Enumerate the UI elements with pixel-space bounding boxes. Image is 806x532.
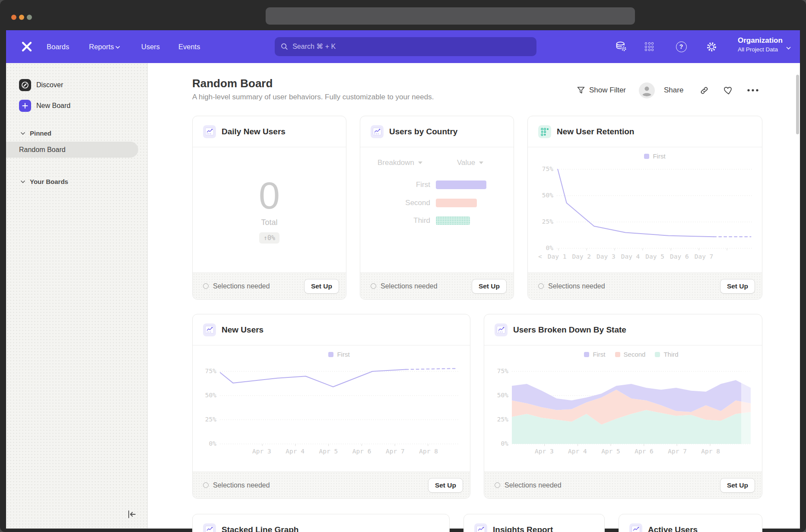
x-tick: Day 4 [621,253,640,260]
apps-grid-button[interactable] [641,30,658,63]
set-up-button[interactable]: Set Up [472,279,507,294]
x-tick[interactable]: < [538,253,542,260]
collapse-sidebar-icon [126,509,137,520]
metric-value: 0 [259,177,280,215]
scrollbar-thumb[interactable] [796,75,799,134]
x-tick: Day 3 [597,253,616,260]
card-active-users: Active Users [619,514,762,532]
x-tick: Apr 7 [386,448,405,455]
x-axis-labels: Apr 3 Apr 4 Apr 5 Apr 6 Apr 7 Apr 8 [535,448,720,455]
nav-item-boards[interactable]: Boards [47,30,69,63]
sidebar-item-discover[interactable]: Discover [19,79,63,91]
traffic-light-zoom-icon[interactable] [27,15,32,20]
top-navbar: Boards Reports Users Events ? [6,30,800,63]
legend-swatch-first [584,352,589,357]
x-tick: Day 2 [572,253,591,260]
org-name: Organization [738,36,783,45]
dropdown-label: Value [457,158,475,167]
y-tick: 25% [530,218,553,225]
traffic-light-minimize-icon[interactable] [19,15,24,20]
data-settings-button[interactable] [612,30,630,63]
stacked-area-chart [512,358,751,450]
bar-label: Third [360,216,430,225]
page-subtitle: A high-level summary of user behaviors. … [192,93,434,101]
chart-legend: First Second Third [512,351,751,358]
y-tick: 0% [195,440,216,447]
card-new-users: New Users First 75% 50% 25% 0% Apr 3 Apr… [192,314,470,499]
breakdown-dropdown[interactable]: Breakdown [378,158,422,167]
y-tick: 50% [530,192,553,199]
bar-second [436,199,477,207]
ellipsis-icon [747,89,759,92]
compass-icon [19,79,31,91]
x-tick: Apr 8 [701,448,720,455]
global-search[interactable] [275,37,536,56]
nav-item-reports[interactable]: Reports [89,30,114,63]
bar-label: First [360,180,430,189]
x-tick: Apr 5 [319,448,338,455]
section-label: Pinned [30,130,51,137]
retention-grid-icon [538,125,551,138]
new-users-line-chart [220,358,458,450]
set-up-button[interactable]: Set Up [720,279,755,294]
plus-icon [19,100,31,112]
status-text: Selections needed [548,282,605,290]
traffic-light-close-icon[interactable] [11,15,16,20]
x-tick: Apr 6 [352,448,371,455]
more-options-button[interactable] [747,84,759,97]
share-button[interactable]: Share [664,84,683,97]
help-button[interactable]: ? [673,30,690,63]
sidebar-section-your-boards[interactable]: Your Boards [20,178,68,185]
link-icon [699,86,709,95]
x-tick: Apr 3 [252,448,271,455]
card-title: New Users [222,325,263,335]
avatar[interactable] [639,84,655,97]
status-text: Selections needed [381,282,438,290]
legend-label: First [593,351,605,358]
sidebar-item-new-board[interactable]: New Board [19,100,70,112]
favorite-button[interactable] [723,84,734,97]
nav-item-events[interactable]: Events [178,30,200,63]
bar-first [436,180,486,189]
card-title: Daily New Users [222,127,286,136]
copy-link-button[interactable] [699,84,709,97]
x-tick: Day 6 [670,253,689,260]
status-circle-icon [203,482,209,488]
y-tick: 50% [195,392,216,399]
insights-chart-icon [371,125,384,138]
show-filter-button[interactable]: Show Filter [577,84,626,97]
filter-funnel-icon [577,86,585,95]
card-title: New User Retention [557,127,634,136]
chart-legend: First [220,351,458,358]
card-stacked-line-graph: Stacked Line Graph [192,514,450,532]
card-daily-new-users: Daily New Users 0 Total ↑0% Selections n… [192,116,346,300]
sidebar-item-random-board[interactable]: Random Board [6,142,138,158]
sidebar: Discover New Board Pinned Random Board Y… [6,63,148,529]
main-content: Random Board A high-level summary of use… [148,63,800,529]
bar-third [436,216,470,225]
gear-icon [706,41,717,53]
value-dropdown[interactable]: Value [457,158,483,167]
collapse-sidebar-button[interactable] [126,509,137,520]
insights-chart-icon [203,523,216,532]
user-avatar-icon [639,82,655,98]
show-filter-label: Show Filter [589,86,626,95]
nav-item-users[interactable]: Users [141,30,160,63]
browser-address-bar[interactable] [266,7,635,25]
sidebar-section-pinned[interactable]: Pinned [20,130,51,137]
mixpanel-logo-icon[interactable] [21,41,33,54]
settings-button[interactable] [703,30,720,63]
chevron-down-icon [20,180,25,184]
set-up-button[interactable]: Set Up [428,478,463,493]
set-up-button[interactable]: Set Up [304,279,339,294]
set-up-button[interactable]: Set Up [720,478,755,493]
legend-label: First [337,351,349,358]
page-title: Random Board [192,77,273,90]
sidebar-item-label: New Board [36,102,70,110]
search-input[interactable] [292,43,530,51]
card-title: Stacked Line Graph [222,525,298,532]
card-title: Users Broken Down By State [513,325,626,335]
legend-label: Third [663,351,678,358]
org-switcher[interactable]: Organization All Project Data [738,36,783,53]
insights-chart-icon [629,523,642,532]
